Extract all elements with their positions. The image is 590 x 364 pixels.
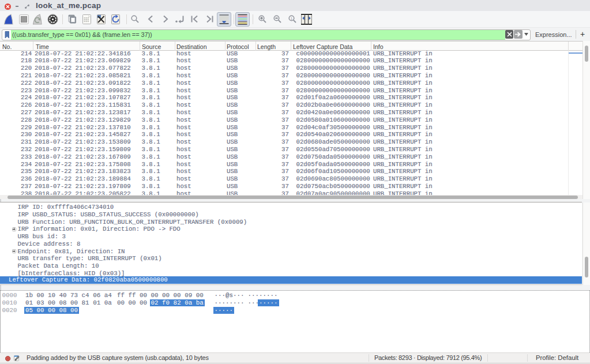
svg-text:1: 1	[291, 17, 293, 20]
